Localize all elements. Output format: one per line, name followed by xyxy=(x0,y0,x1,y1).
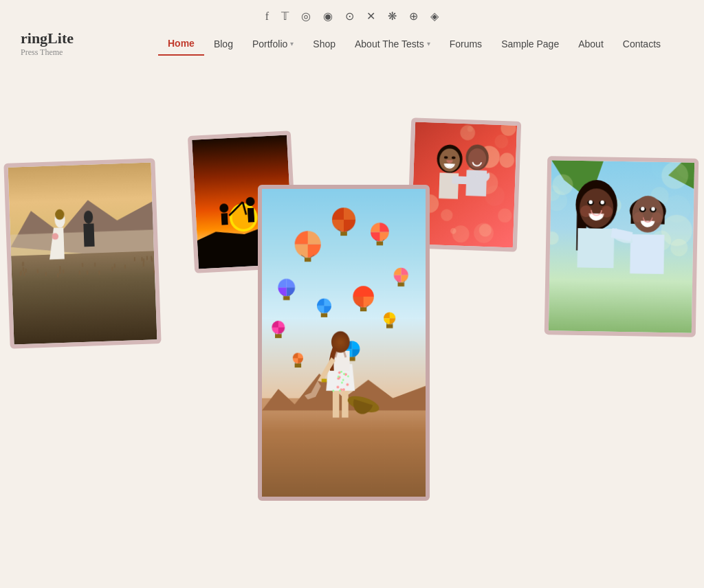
instagram-icon[interactable]: ◎ xyxy=(301,10,311,23)
nav-portfolio[interactable]: Portfolio ▾ xyxy=(243,33,303,55)
balloons-image xyxy=(262,189,426,497)
nav-shop[interactable]: Shop xyxy=(303,33,345,55)
header: ringLite Press Theme Home Blog Portfolio… xyxy=(0,30,704,71)
couple-smile-image xyxy=(549,160,694,333)
rss-icon[interactable]: ◉ xyxy=(323,10,333,23)
main-nav: Home Blog Portfolio ▾ Shop About The Tes… xyxy=(158,32,670,56)
hero-collage xyxy=(0,78,704,518)
about-tests-chevron: ▾ xyxy=(427,40,430,47)
skype-icon[interactable]: ◈ xyxy=(430,10,439,23)
nav-blog[interactable]: Blog xyxy=(204,33,243,55)
social-bar: f 𝕋 ◎ ◉ ⊙ ✕ ❋ ⊕ ◈ xyxy=(0,0,704,30)
portfolio-chevron: ▾ xyxy=(290,40,294,47)
nav-about[interactable]: About xyxy=(569,33,613,55)
site-title: ringLite xyxy=(21,30,117,47)
card-balloons[interactable] xyxy=(258,185,430,501)
twitter-icon[interactable]: 𝕋 xyxy=(281,10,289,23)
card-wedding[interactable] xyxy=(3,158,161,349)
nav-sample-page[interactable]: Sample Page xyxy=(492,33,569,55)
nav-about-tests[interactable]: About The Tests ▾ xyxy=(345,33,440,55)
site-tagline: Press Theme xyxy=(21,47,117,58)
x-icon[interactable]: ✕ xyxy=(366,10,375,23)
card-couple-smile[interactable] xyxy=(544,156,699,337)
wedding-image xyxy=(8,162,157,344)
nav-contacts[interactable]: Contacts xyxy=(613,33,670,55)
wechat-icon[interactable]: ⊕ xyxy=(409,10,418,23)
nav-forums[interactable]: Forums xyxy=(440,33,492,55)
nav-home[interactable]: Home xyxy=(158,32,204,56)
site-branding: ringLite Press Theme xyxy=(21,30,117,58)
reddit-icon[interactable]: ⊙ xyxy=(345,10,354,23)
facebook-icon[interactable]: f xyxy=(265,10,269,23)
puzzle-icon[interactable]: ❋ xyxy=(388,10,397,23)
